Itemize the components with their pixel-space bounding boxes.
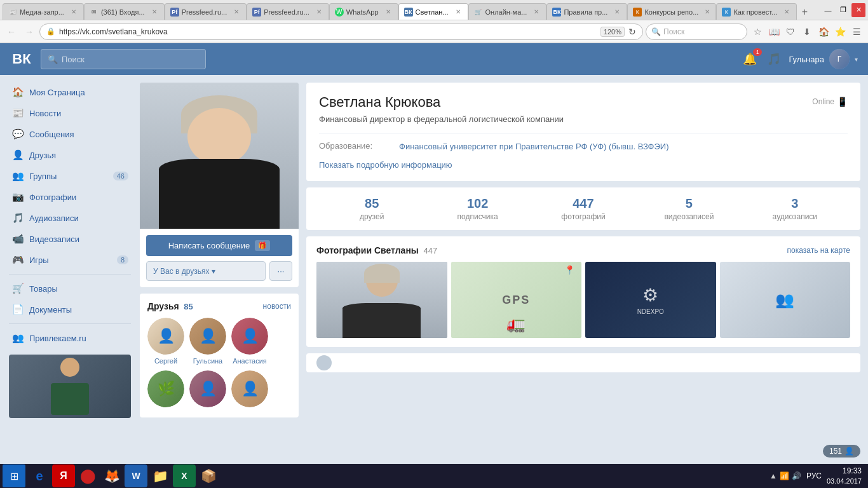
taskbar-media[interactable]: ⬤	[76, 464, 99, 487]
tab-media[interactable]: 📰 Медиа-запр... ✕	[3, 3, 84, 20]
favorites-icon[interactable]: ⭐	[832, 24, 848, 39]
volume-icon[interactable]: 🔊	[792, 471, 801, 480]
photo-thumb-1[interactable]	[316, 262, 447, 338]
tab-close-kak[interactable]: ✕	[782, 8, 791, 17]
gift-icon[interactable]: 🎁	[255, 240, 270, 251]
friend-item-5[interactable]: 👤	[189, 370, 226, 410]
tab-close-om[interactable]: ✕	[532, 8, 541, 17]
shield-icon[interactable]: 🛡	[783, 24, 798, 39]
start-button[interactable]: ⊞	[3, 464, 25, 487]
download-icon[interactable]: ⬇	[799, 24, 815, 39]
sidebar-item-friends[interactable]: 👤 Друзья	[3, 145, 137, 165]
photos-map-link[interactable]: показать на карте	[787, 246, 851, 255]
sidebar-label-priv: Привлекаем.ru	[29, 334, 128, 343]
close-button[interactable]: ✕	[851, 3, 865, 17]
read-icon[interactable]: 📖	[766, 24, 782, 39]
show-more-link[interactable]: Показать подробную информацию	[319, 160, 848, 170]
sidebar-item-photos[interactable]: 📷 Фотографии	[3, 187, 137, 207]
photo-thumb-2[interactable]: 📍 GPS 🚛	[451, 262, 582, 338]
address-bar[interactable]: 🔒 https://vk.com/svetlana_krukova 120% ↻	[39, 24, 643, 40]
taskbar-word[interactable]: W	[125, 464, 147, 487]
tab-favicon-pf1: Pf	[170, 8, 179, 17]
sidebar-profile-pic[interactable]	[9, 355, 131, 418]
sidebar-label-news: Новости	[29, 109, 128, 118]
sidebar-item-priv[interactable]: 👥 Привлекаем.ru	[3, 328, 137, 348]
stat-subscribers[interactable]: 102 подписчика	[424, 196, 530, 221]
tab-pravila[interactable]: ВК Правила пр... ✕	[546, 3, 627, 20]
notifications-icon[interactable]: 🔔 1	[743, 52, 757, 66]
wifi-icon[interactable]: 📶	[780, 471, 789, 480]
menu-icon[interactable]: ☰	[849, 24, 864, 39]
sidebar-item-groups[interactable]: 👥 Группы 46	[3, 166, 137, 186]
taskbar-app8[interactable]: 📦	[197, 464, 220, 487]
taskbar-explorer[interactable]: 📁	[149, 464, 172, 487]
friend-item-anastasia[interactable]: 👤 Анастасия	[231, 318, 268, 365]
search-bar[interactable]: 🔍 Поиск	[646, 24, 747, 40]
tab-pressfeed1[interactable]: Pf Pressfeed.ru... ✕	[165, 3, 247, 20]
taskbar-yandex[interactable]: Я	[52, 464, 75, 487]
refresh-button[interactable]: ↻	[628, 27, 636, 37]
home-icon[interactable]: 🏠	[816, 24, 831, 39]
tab-pressfeed2[interactable]: Pf Pressfeed.ru... ✕	[247, 3, 329, 20]
tab-konkursy[interactable]: К Конкурсы репо... ✕	[627, 3, 716, 20]
tab-label-email: (361) Входя...	[101, 8, 145, 16]
friends-news-link[interactable]: новости	[263, 302, 291, 311]
tab-close-wa[interactable]: ✕	[384, 8, 393, 17]
restore-button[interactable]: ❐	[836, 3, 850, 17]
sidebar-item-docs[interactable]: 📄 Документы	[3, 299, 137, 320]
stat-photos[interactable]: 447 фотографий	[531, 196, 636, 221]
tab-kak[interactable]: К Как провест... ✕	[716, 3, 797, 20]
sidebar-divider-2	[9, 323, 131, 324]
lock-icon: 🔒	[46, 27, 55, 36]
music-icon[interactable]: 🎵	[767, 52, 781, 66]
tray-arrow-icon[interactable]: ▲	[770, 471, 777, 480]
taskbar-excel[interactable]: X	[173, 464, 196, 487]
tab-close-pf2[interactable]: ✕	[315, 8, 323, 17]
vk-search[interactable]: 🔍 Поиск	[41, 49, 206, 69]
friend-item-6[interactable]: 👤	[231, 370, 268, 410]
stat-audio[interactable]: 3 аудиозаписи	[742, 196, 848, 221]
tab-close-media[interactable]: ✕	[69, 8, 78, 17]
forward-button[interactable]: →	[22, 24, 37, 39]
photo-thumb-4[interactable]: 👥	[720, 262, 851, 338]
back-button[interactable]: ←	[4, 24, 19, 39]
profile-photo[interactable]	[140, 83, 299, 229]
more-actions-button[interactable]: ···	[269, 261, 292, 281]
taskbar-lang[interactable]: РУС	[806, 471, 822, 480]
tab-email[interactable]: ✉ (361) Входя... ✕	[84, 3, 165, 20]
friend-status-button[interactable]: У Вас в друзьях ▾	[146, 261, 266, 281]
stat-friends-number: 85	[319, 196, 424, 211]
friend-item-4[interactable]: 🌿	[147, 370, 184, 410]
star-icon[interactable]: ☆	[750, 24, 765, 39]
sidebar-item-messages[interactable]: 💬 Сообщения	[3, 124, 137, 144]
tab-whatsapp[interactable]: W WhatsApp ✕	[329, 3, 398, 20]
friend-item-gulsina[interactable]: 👤 Гульсина	[189, 318, 226, 365]
tab-favicon-pf2: Pf	[252, 8, 261, 17]
new-tab-button[interactable]: +	[797, 4, 812, 20]
tab-close-ko[interactable]: ✕	[703, 8, 710, 17]
tab-close-pf1[interactable]: ✕	[232, 8, 241, 17]
stat-friends[interactable]: 85 друзей	[319, 196, 424, 221]
tab-close-email[interactable]: ✕	[150, 8, 159, 17]
tab-vk-svetlana[interactable]: ВК Светлан... ✕	[398, 3, 468, 20]
sidebar-item-my-page[interactable]: 🏠 Моя Страница	[3, 82, 137, 102]
education-value[interactable]: Финансовый университет при Правительстве…	[399, 141, 669, 152]
taskbar-ie[interactable]: e	[28, 464, 51, 487]
vk-logo[interactable]: ВК	[10, 48, 33, 71]
sidebar-item-goods[interactable]: 🛒 Товары	[3, 278, 137, 299]
taskbar-firefox[interactable]: 🦊	[100, 464, 123, 487]
photo-thumb-3[interactable]: ⚙ NDEXPO	[585, 262, 716, 338]
tab-close-vk[interactable]: ✕	[454, 8, 463, 17]
user-menu[interactable]: Гульнара Г ▾	[789, 49, 858, 69]
sidebar-item-news[interactable]: 📰 Новости	[3, 103, 137, 123]
tab-online-ma[interactable]: 🛒 Онлайн-ма... ✕	[468, 3, 547, 20]
sidebar-item-video[interactable]: 📹 Видеозаписи	[3, 229, 137, 249]
section-avatar	[316, 355, 332, 370]
sidebar-item-games[interactable]: 🎮 Игры 8	[3, 250, 137, 270]
tab-close-pr[interactable]: ✕	[613, 8, 621, 17]
friend-item-sergey[interactable]: 👤 Сергей	[147, 318, 184, 365]
stat-videos[interactable]: 5 видеозаписей	[636, 196, 742, 221]
sidebar-item-audio[interactable]: 🎵 Аудиозаписи	[3, 208, 137, 228]
minimize-button[interactable]: —	[821, 3, 835, 17]
write-message-button[interactable]: Написать сообщение 🎁	[146, 235, 292, 256]
